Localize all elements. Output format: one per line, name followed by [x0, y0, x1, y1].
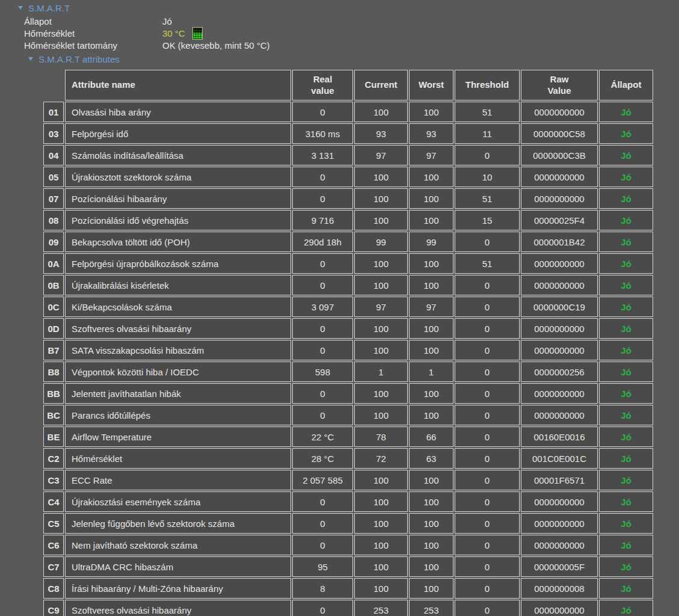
status-label: Állapot — [24, 16, 162, 26]
attribute-name-cell: Újrakiosztási események száma — [65, 491, 291, 512]
section-header-smart-attributes[interactable]: S.M.A.R.T attributes — [0, 53, 679, 65]
attribute-id-cell: BE — [43, 427, 64, 447]
worst-value-cell: 1 — [409, 362, 453, 382]
attribute-id-cell: 07 — [43, 188, 64, 209]
status-cell: Jó — [599, 102, 653, 122]
threshold-value-cell: 0 — [455, 491, 520, 512]
worst-value-cell: 66 — [409, 427, 453, 447]
status-cell: Jó — [599, 578, 653, 599]
attribute-name-cell: Olvasási hiba arány — [65, 102, 291, 122]
info-row-temperature: Hőmérséklet 30 °C — [24, 27, 679, 39]
current-value-cell: 100 — [354, 405, 408, 425]
worst-value-cell: 99 — [409, 232, 453, 252]
attribute-id-cell: C9 — [43, 600, 64, 616]
status-cell: Jó — [599, 167, 653, 187]
status-cell: Jó — [599, 448, 653, 469]
real-value-cell: 0 — [292, 340, 353, 360]
real-value-cell: 0 — [292, 102, 353, 122]
attribute-name-cell: Jelenleg fűggőben lévő szektorok száma — [65, 513, 291, 534]
status-value: Jó — [162, 16, 172, 26]
attribute-id-cell: 0C — [43, 297, 64, 317]
current-value-cell: 100 — [354, 210, 408, 230]
raw-value-cell: 0000000000 — [521, 491, 598, 512]
current-value-cell: 253 — [354, 600, 408, 616]
status-cell: Jó — [599, 232, 653, 252]
info-row-temp-range: Hőmérséklet tartomány OK (kevesebb, mint… — [24, 39, 679, 51]
worst-value-cell: 93 — [409, 123, 453, 144]
current-value-cell: 100 — [354, 491, 408, 512]
column-header: Worst — [409, 70, 453, 100]
threshold-value-cell: 0 — [455, 297, 520, 317]
status-cell: Jó — [599, 535, 653, 555]
attribute-name-cell: Újrakiosztott szektorok száma — [65, 167, 291, 187]
current-value-cell: 100 — [354, 556, 408, 577]
attribute-name-cell: Hőmérséklet — [65, 448, 291, 469]
raw-value-cell: 0000000000 — [521, 383, 598, 404]
attribute-name-cell: Parancs időtúllépés — [65, 405, 291, 425]
threshold-value-cell: 0 — [455, 383, 520, 404]
threshold-value-cell: 0 — [455, 470, 520, 490]
real-value-cell: 290d 18h — [292, 232, 353, 252]
status-cell: Jó — [599, 253, 653, 274]
attribute-id-cell: 04 — [43, 145, 64, 165]
column-header: Raw Value — [521, 70, 598, 100]
worst-value-cell: 100 — [409, 578, 453, 599]
current-value-cell: 100 — [354, 578, 408, 599]
attribute-name-cell: Felpörgési idő — [65, 123, 291, 144]
real-value-cell: 9 716 — [292, 210, 353, 230]
status-cell: Jó — [599, 362, 653, 382]
attribute-name-cell: Számolás indítása/leállítása — [65, 145, 291, 165]
real-value-cell: 0 — [292, 383, 353, 404]
threshold-value-cell: 10 — [455, 167, 520, 187]
current-value-cell: 100 — [354, 167, 408, 187]
attribute-id-cell: 0D — [43, 318, 64, 339]
collapse-arrow-icon[interactable] — [18, 6, 23, 10]
worst-value-cell: 100 — [409, 556, 453, 577]
attribute-name-cell: Írási hibaarány / Multi-Zóna hibaarány — [65, 578, 291, 599]
real-value-cell: 2 057 585 — [292, 470, 353, 490]
current-value-cell: 100 — [354, 383, 408, 404]
current-value-cell: 100 — [354, 340, 408, 360]
current-value-cell: 1 — [354, 362, 408, 382]
raw-value-cell: 000000005F — [521, 556, 598, 577]
current-value-cell: 78 — [354, 427, 408, 447]
status-cell: Jó — [599, 405, 653, 425]
current-value-cell: 97 — [354, 297, 408, 317]
real-value-cell: 3160 ms — [292, 123, 353, 144]
current-value-cell: 100 — [354, 253, 408, 274]
collapse-arrow-icon[interactable] — [28, 57, 33, 61]
real-value-cell: 0 — [292, 405, 353, 425]
attribute-name-cell: Felpörgési újrapróbálkozások száma — [65, 253, 291, 274]
temp-range-value: OK (kevesebb, mint 50 °C) — [162, 40, 270, 51]
threshold-value-cell: 0 — [455, 448, 520, 469]
threshold-value-cell: 0 — [455, 427, 520, 447]
real-value-cell: 0 — [292, 167, 353, 187]
attribute-name-cell: ECC Rate — [65, 470, 291, 490]
status-cell: Jó — [599, 340, 653, 360]
raw-value-cell: 0000000C58 — [521, 123, 598, 144]
raw-value-cell: 0000000000 — [521, 253, 598, 274]
status-cell: Jó — [599, 123, 653, 144]
real-value-cell: 3 097 — [292, 297, 353, 317]
worst-value-cell: 100 — [409, 405, 453, 425]
attribute-name-cell: Szoftveres olvasási hibaarány — [65, 600, 291, 616]
attribute-id-cell: C3 — [43, 470, 64, 490]
section-header-smart[interactable]: S.M.A.R.T — [0, 0, 679, 14]
temperature-value: 30 °C — [162, 28, 185, 38]
temp-range-label: Hőmérséklet tartomány — [24, 40, 162, 51]
attribute-name-cell: UltraDMA CRC hibaszám — [65, 556, 291, 577]
attribute-id-cell: 01 — [43, 102, 64, 122]
attribute-name-cell: Végpontok közötti hiba / IOEDC — [65, 362, 291, 382]
raw-value-cell: 0000000000 — [521, 275, 598, 295]
threshold-value-cell: 0 — [455, 513, 520, 534]
threshold-value-cell: 0 — [455, 232, 520, 252]
attribute-name-cell: Nem javítható szektorok száma — [65, 535, 291, 555]
threshold-value-cell: 0 — [455, 556, 520, 577]
column-header: Current — [354, 70, 408, 100]
smart-attributes-table: Attribute nameReal valueCurrentWorstThre… — [43, 70, 653, 616]
threshold-value-cell: 51 — [455, 102, 520, 122]
worst-value-cell: 100 — [409, 383, 453, 404]
status-cell: Jó — [599, 297, 653, 317]
status-cell: Jó — [599, 556, 653, 577]
worst-value-cell: 100 — [409, 318, 453, 339]
